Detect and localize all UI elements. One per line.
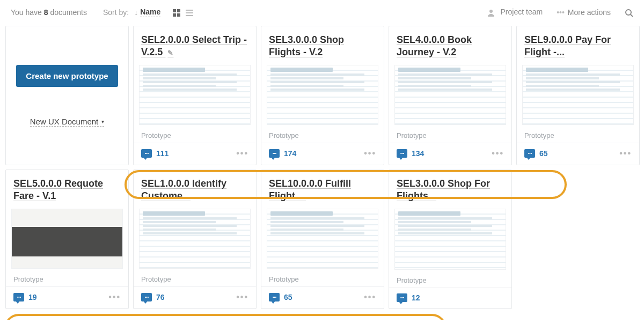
list-view-icon[interactable]	[185, 8, 194, 17]
document-title[interactable]: SEL10.0.0.0 Fulfill Flight ...	[261, 170, 384, 208]
document-card: SEL10.0.0.0 Fulfill Flight ... Prototype…	[261, 170, 384, 309]
project-team-link[interactable]: Project team	[487, 8, 543, 17]
doc-count-number: 8	[44, 8, 48, 17]
comments-count: 65	[539, 149, 548, 158]
comments-button[interactable]: 76	[141, 293, 165, 301]
comment-icon	[141, 149, 152, 158]
document-thumbnail[interactable]	[267, 65, 378, 125]
card-menu-button[interactable]: •••	[236, 292, 248, 302]
comments-button[interactable]: 134	[397, 149, 424, 158]
topbar: You have 8 documents Sort by: ↓ Name Pro…	[0, 0, 644, 26]
comment-icon	[13, 293, 24, 301]
comments-button[interactable]: 19	[13, 293, 37, 301]
document-card: SEL1.0.0.0 Identify Custome... Prototype…	[133, 170, 257, 309]
more-actions-label: More actions	[568, 8, 611, 17]
document-thumbnail[interactable]	[139, 209, 251, 269]
document-card: SEL2.0.0.0 Select Trip - V.2.5 ✎ Prototy…	[133, 26, 257, 165]
comment-icon	[269, 149, 280, 158]
card-menu-button[interactable]: •••	[364, 292, 376, 302]
comments-count: 134	[412, 149, 424, 158]
more-actions-link[interactable]: •••More actions	[557, 8, 611, 17]
document-title[interactable]: SEL3.0.0.0 Shop For Flights...	[389, 170, 511, 208]
svg-rect-3	[177, 13, 180, 17]
comments-count: 12	[412, 293, 420, 302]
card-menu-button[interactable]: •••	[619, 149, 632, 158]
svg-point-7	[489, 10, 493, 13]
new-ux-document-label: New UX Document	[30, 117, 99, 126]
document-thumbnail[interactable]	[11, 209, 123, 269]
document-type: Prototype	[261, 271, 384, 286]
doc-count: You have 8 documents	[11, 8, 87, 17]
svg-point-8	[626, 10, 631, 15]
pencil-icon[interactable]: ✎	[167, 49, 173, 57]
document-card: SEL5.0.0.0 Requote Fare - V.1 Prototype …	[5, 170, 129, 309]
sortby-label: Sort by:	[103, 8, 129, 17]
comments-count: 111	[156, 149, 169, 158]
comments-button[interactable]: 111	[141, 149, 169, 158]
document-type: Prototype	[389, 272, 511, 288]
comments-count: 76	[156, 293, 165, 301]
comments-count: 65	[284, 293, 292, 301]
comments-button[interactable]: 65	[524, 149, 548, 158]
project-team-label: Project team	[501, 8, 543, 16]
document-thumbnail[interactable]	[139, 65, 251, 125]
document-type: Prototype	[6, 271, 128, 286]
person-icon	[487, 8, 497, 16]
caret-down-icon: ▾	[101, 119, 104, 124]
document-title[interactable]: SEL1.0.0.0 Identify Custome...	[134, 170, 256, 208]
document-title[interactable]: SEL9.0.0.0 Pay For Flight -...	[517, 26, 639, 64]
card-menu-button[interactable]: •••	[108, 292, 121, 302]
new-ux-document-dropdown[interactable]: New UX Document ▾	[30, 117, 105, 127]
document-thumbnail[interactable]	[394, 209, 506, 270]
create-card: Create new prototype New UX Document ▾	[5, 26, 129, 165]
doc-count-prefix: You have	[11, 8, 44, 17]
document-thumbnail[interactable]	[267, 209, 378, 269]
card-menu-button[interactable]: •••	[492, 149, 504, 158]
document-type: Prototype	[517, 127, 639, 143]
svg-rect-5	[186, 12, 193, 13]
svg-rect-0	[173, 9, 176, 12]
svg-rect-6	[186, 15, 193, 16]
svg-rect-1	[177, 9, 180, 12]
topbar-right: Project team •••More actions	[487, 8, 633, 17]
document-thumbnail[interactable]	[522, 65, 634, 125]
document-type: Prototype	[389, 127, 511, 143]
document-title[interactable]: SEL4.0.0.0 Book Journey - V.2	[389, 26, 511, 64]
document-title[interactable]: SEL2.0.0.0 Select Trip - V.2.5 ✎	[134, 26, 256, 64]
comments-count: 174	[284, 149, 296, 158]
comments-button[interactable]: 12	[397, 293, 420, 302]
comments-count: 19	[28, 293, 37, 301]
comment-icon	[269, 293, 280, 301]
comment-icon	[141, 293, 152, 301]
card-menu-button[interactable]: •••	[364, 149, 376, 158]
comment-icon	[397, 149, 407, 158]
document-card: SEL4.0.0.0 Book Journey - V.2 Prototype …	[389, 26, 512, 165]
comment-icon	[524, 149, 535, 158]
document-title[interactable]: SEL5.0.0.0 Requote Fare - V.1	[6, 170, 128, 208]
sort-field-dropdown[interactable]: Name	[140, 8, 160, 17]
document-title[interactable]: SEL3.0.0.0 Shop Flights - V.2	[261, 26, 384, 64]
comments-button[interactable]: 65	[269, 293, 292, 301]
document-type: Prototype	[134, 127, 256, 143]
document-card: SEL3.0.0.0 Shop Flights - V.2 Prototype …	[261, 26, 384, 165]
comment-icon	[397, 293, 407, 302]
svg-rect-4	[186, 10, 193, 11]
grid-view-icon[interactable]	[172, 8, 181, 17]
create-prototype-button[interactable]: Create new prototype	[16, 65, 118, 87]
document-thumbnail[interactable]	[394, 65, 506, 125]
document-card: SEL9.0.0.0 Pay For Flight -... Prototype…	[516, 26, 640, 165]
ellipsis-icon: •••	[557, 8, 565, 17]
document-type: Prototype	[134, 271, 256, 286]
comments-button[interactable]: 174	[269, 149, 296, 158]
svg-rect-2	[173, 13, 176, 17]
svg-line-9	[631, 14, 633, 17]
doc-count-suffix: documents	[48, 8, 87, 17]
sort-arrow-icon: ↓	[134, 8, 138, 17]
document-card: SEL3.0.0.0 Shop For Flights... Prototype…	[389, 170, 512, 309]
card-menu-button[interactable]: •••	[236, 149, 248, 158]
view-toggle	[172, 8, 194, 17]
document-grid: Create new prototype New UX Document ▾ S…	[0, 26, 644, 320]
document-type: Prototype	[261, 127, 384, 143]
search-icon[interactable]	[625, 8, 633, 17]
